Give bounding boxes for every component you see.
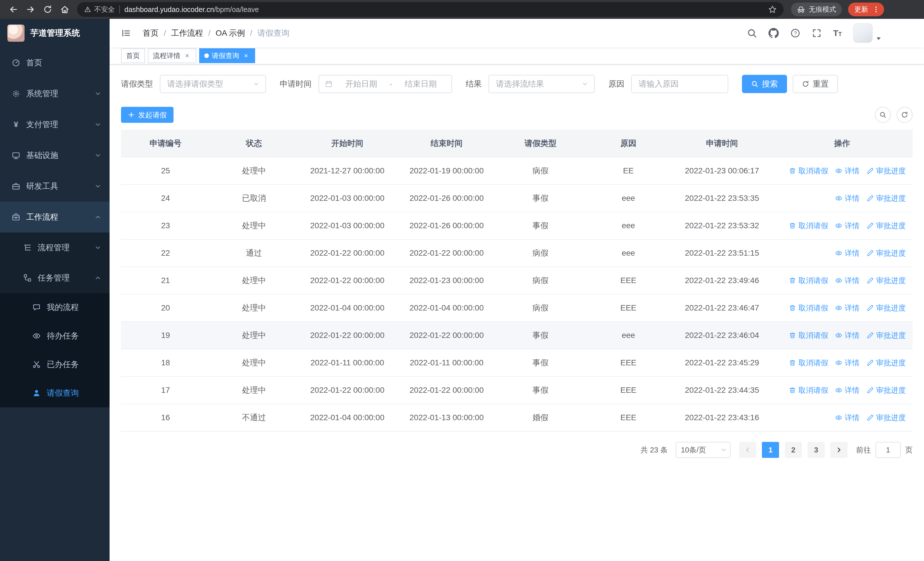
browser-back-button[interactable] (6, 2, 21, 17)
cancel-leave-link[interactable]: 取消请假 (789, 331, 828, 340)
cancel-leave-link[interactable]: 取消请假 (789, 166, 828, 176)
chevron-right-icon (836, 447, 842, 453)
incognito-icon (797, 5, 805, 14)
filter-reason: 原因 (608, 75, 728, 93)
sidebar-item-system[interactable]: 系统管理 (0, 78, 110, 109)
close-tab-icon[interactable]: × (183, 52, 191, 60)
refresh-table-button[interactable] (897, 107, 913, 123)
breadcrumb-item[interactable]: 工作流程 (171, 28, 216, 39)
breadcrumb-current: 请假查询 (257, 28, 290, 39)
cell-apply-time: 2022-01-22 23:43:16 (672, 404, 772, 431)
plus-icon (128, 111, 135, 118)
approval-progress-link[interactable]: 审批进度 (866, 248, 906, 258)
detail-link[interactable]: 详情 (835, 358, 860, 368)
detail-link[interactable]: 详情 (835, 166, 860, 176)
approval-progress-link[interactable]: 审批进度 (866, 276, 906, 286)
column-header-applied: 申请时间 (672, 130, 772, 157)
help-button[interactable]: ? (790, 28, 801, 38)
cancel-leave-link[interactable]: 取消请假 (789, 221, 828, 231)
date-range-picker[interactable]: 开始日期 - 结束日期 (318, 75, 452, 93)
cell-id: 21 (121, 267, 210, 294)
browser-reload-button[interactable] (40, 2, 56, 17)
page-button-3[interactable]: 3 (808, 442, 825, 458)
toggle-search-button[interactable] (875, 107, 891, 123)
reason-input[interactable] (631, 75, 728, 93)
sidebar-item-process-management[interactable]: 流程管理 (0, 233, 110, 263)
fullscreen-button[interactable] (812, 28, 822, 38)
sidebar-item-payment[interactable]: ¥ 支付管理 (0, 109, 110, 140)
cell-leave-type: 病假 (496, 157, 584, 185)
reset-button[interactable]: 重置 (793, 75, 838, 93)
detail-link[interactable]: 详情 (835, 413, 860, 423)
chrome-update-button[interactable]: 更新 (848, 3, 884, 16)
user-menu[interactable] (853, 23, 882, 43)
cell-status: 不通过 (210, 404, 298, 431)
app-logo[interactable]: 芋道管理系统 (0, 19, 110, 47)
browser-home-button[interactable] (57, 2, 72, 17)
approval-progress-link[interactable]: 审批进度 (866, 385, 906, 396)
sidebar-item-label: 待办任务 (47, 331, 101, 341)
security-status[interactable]: 不安全 (84, 5, 115, 14)
sidebar-toggle-button[interactable] (118, 24, 135, 42)
address-bar[interactable]: 不安全 dashboard.yudao.iocoder.cn/bpm/oa/le… (77, 2, 784, 17)
goto-page-input[interactable] (876, 442, 901, 458)
detail-link[interactable]: 详情 (835, 303, 860, 313)
avatar[interactable] (853, 23, 873, 43)
cancel-leave-link[interactable]: 取消请假 (789, 358, 828, 368)
approval-progress-link[interactable]: 审批进度 (866, 358, 906, 368)
detail-link[interactable]: 详情 (835, 221, 860, 231)
page-size-select[interactable]: 10条/页 (676, 442, 730, 458)
prev-page-button[interactable] (739, 442, 756, 458)
detail-link[interactable]: 详情 (835, 331, 860, 340)
sidebar-item-workflow[interactable]: 工作流程 (0, 202, 110, 233)
detail-link[interactable]: 详情 (835, 248, 860, 258)
github-button[interactable] (768, 28, 779, 38)
approval-progress-link[interactable]: 审批进度 (866, 166, 906, 176)
sidebar-item-dev-tools[interactable]: 研发工具 (0, 171, 110, 202)
approval-progress-link[interactable]: 审批进度 (866, 331, 906, 340)
cancel-leave-link[interactable]: 取消请假 (789, 303, 828, 313)
approval-progress-link[interactable]: 审批进度 (866, 413, 906, 423)
breadcrumb-item[interactable]: 首页 (142, 28, 171, 39)
tree-icon (23, 243, 32, 252)
next-page-button[interactable] (830, 442, 848, 458)
search-toggle-icon (879, 111, 886, 119)
font-size-icon[interactable]: TT (833, 29, 842, 38)
detail-link[interactable]: 详情 (835, 193, 860, 203)
tab-leave-query[interactable]: 请假查询 × (199, 48, 255, 63)
create-leave-button[interactable]: 发起请假 (121, 107, 174, 123)
approval-progress-link[interactable]: 审批进度 (866, 193, 906, 203)
cell-status: 处理中 (210, 376, 298, 404)
header-search-button[interactable] (747, 28, 757, 38)
cell-start-time: 2022-01-22 00:00:00 (298, 322, 397, 349)
sidebar-item-leave-query[interactable]: 请假查询 (0, 379, 110, 407)
search-icon (747, 28, 757, 38)
sidebar-item-infrastructure[interactable]: 基础设施 (0, 140, 110, 171)
sidebar-item-todo-tasks[interactable]: 待办任务 (0, 322, 110, 350)
approval-progress-link[interactable]: 审批进度 (866, 303, 906, 313)
view-icon (835, 250, 842, 257)
sidebar-item-done-tasks[interactable]: 已办任务 (0, 350, 110, 379)
bookmark-star-icon[interactable] (768, 5, 777, 14)
result-select[interactable]: 请选择流结果 (489, 75, 595, 93)
search-button[interactable]: 搜索 (742, 75, 787, 93)
cell-status: 处理中 (210, 212, 298, 239)
tab-home[interactable]: 首页 (121, 48, 145, 63)
tab-process-detail[interactable]: 流程详情 × (148, 48, 196, 63)
sidebar-item-home[interactable]: 首页 (0, 47, 110, 78)
close-tab-icon[interactable]: × (242, 52, 250, 60)
cell-reason: eee (584, 322, 672, 349)
sidebar-item-task-management[interactable]: 任务管理 (0, 263, 110, 293)
breadcrumb-item[interactable]: OA 示例 (216, 28, 257, 39)
detail-link[interactable]: 详情 (835, 385, 860, 396)
cell-status: 通过 (210, 239, 298, 267)
leave-type-select[interactable]: 请选择请假类型 (160, 75, 266, 93)
page-button-1[interactable]: 1 (762, 442, 779, 458)
browser-forward-button[interactable] (23, 2, 38, 17)
approval-progress-link[interactable]: 审批进度 (866, 221, 906, 231)
page-button-2[interactable]: 2 (785, 442, 802, 458)
sidebar-item-my-processes[interactable]: 我的流程 (0, 293, 110, 322)
cancel-leave-link[interactable]: 取消请假 (789, 276, 828, 286)
detail-link[interactable]: 详情 (835, 276, 860, 286)
cancel-leave-link[interactable]: 取消请假 (789, 385, 828, 396)
